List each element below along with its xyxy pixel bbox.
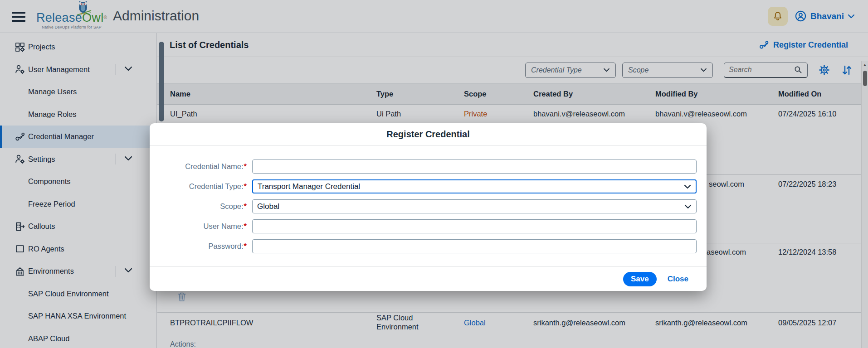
required-asterisk: * [244,162,247,170]
credential-type-label: Credential Type:* [150,179,247,193]
chevron-down-icon [684,184,691,189]
required-asterisk: * [244,202,247,210]
form-row-credential-name: Credential Name:* [150,160,707,174]
scope-select[interactable]: Global [252,199,697,213]
form-row-credential-type: Credential Type:* Transport Manager Cred… [150,179,707,193]
modal-footer: Save Close [150,266,707,291]
user-name-label: User Name:* [150,219,247,233]
modal-title: Register Credential [386,129,469,140]
password-input[interactable] [252,239,697,253]
user-name-input[interactable] [252,219,697,233]
scope-label: Scope:* [150,199,247,213]
required-asterisk: * [244,242,247,250]
save-button[interactable]: Save [623,272,657,286]
credential-name-label: Credential Name:* [150,160,247,174]
scope-value: Global [257,202,684,211]
form-row-password: Password:* [150,239,707,253]
form-row-scope: Scope:* Global [150,199,707,213]
modal-header: Register Credential [150,123,707,146]
required-asterisk: * [244,182,247,190]
credential-name-input[interactable] [252,160,697,174]
form-row-user-name: User Name:* [150,219,707,233]
credential-type-select[interactable]: Transport Manager Credential [252,179,697,193]
close-button[interactable]: Close [668,275,688,284]
chevron-down-icon [684,204,692,209]
register-credential-modal: Register Credential Credential Name:* Cr… [150,123,707,291]
required-asterisk: * [244,222,247,230]
modal-form: Credential Name:* Credential Type:* Tran… [150,146,707,253]
credential-type-value: Transport Manager Credential [258,182,684,191]
app-root: ReleaseOwl® Native DevOps Platform for S… [0,0,868,348]
password-label: Password:* [150,239,247,253]
